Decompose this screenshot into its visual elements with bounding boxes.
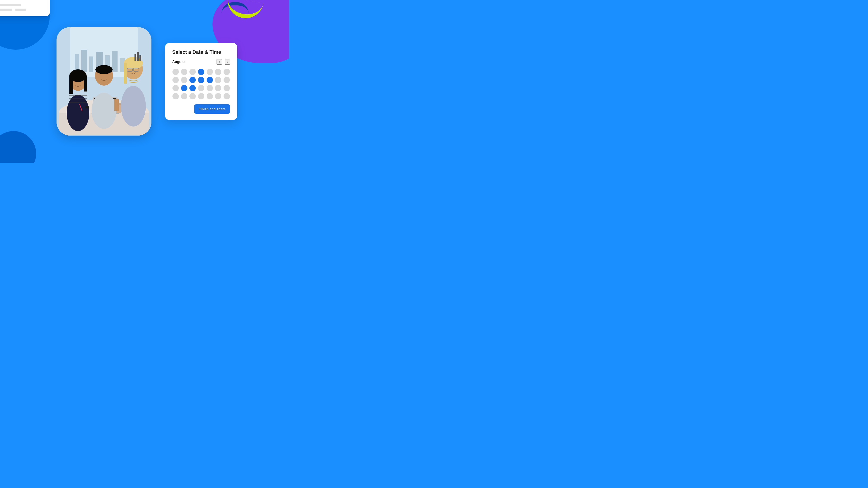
cal-day-20[interactable] — [215, 85, 221, 91]
svg-rect-31 — [114, 99, 119, 111]
svg-point-20 — [67, 95, 89, 131]
svg-point-30 — [95, 65, 113, 74]
svg-point-28 — [92, 93, 116, 129]
cal-day-8[interactable] — [173, 77, 179, 83]
review-line-3 — [15, 8, 26, 11]
svg-rect-26 — [69, 98, 87, 99]
cal-day-16[interactable] — [181, 85, 187, 91]
svg-rect-27 — [69, 102, 87, 103]
next-month-button[interactable]: › — [225, 59, 230, 65]
office-photo — [57, 27, 151, 135]
calendar-month-row: August ‹ › — [172, 59, 230, 65]
calendar-widget: Select a Date & Time August ‹ › — [165, 43, 237, 120]
prev-month-button[interactable]: ‹ — [217, 59, 222, 65]
cal-day-13[interactable] — [215, 77, 221, 83]
svg-rect-7 — [112, 51, 118, 72]
cal-day-26[interactable] — [207, 93, 213, 99]
cal-day-4[interactable] — [198, 69, 204, 75]
calendar-month-label: August — [172, 60, 185, 64]
calendar-grid — [172, 69, 230, 99]
svg-rect-45 — [140, 55, 141, 61]
svg-rect-25 — [69, 95, 87, 96]
cal-day-24[interactable] — [189, 93, 196, 99]
svg-rect-44 — [137, 52, 139, 61]
main-container: ★ ★ ★ ★ — [0, 0, 289, 163]
cal-day-7[interactable] — [223, 69, 230, 75]
review-line-1 — [0, 4, 21, 6]
cal-day-5[interactable] — [207, 69, 213, 75]
star-4: ★ — [8, 0, 13, 1]
cal-day-21[interactable] — [223, 85, 230, 91]
svg-rect-35 — [124, 63, 127, 84]
svg-rect-3 — [81, 50, 87, 72]
star-3: ★ — [3, 0, 7, 1]
cal-day-11[interactable] — [198, 77, 204, 83]
cal-day-1[interactable] — [173, 69, 179, 75]
review-card: ★ ★ ★ ★ — [0, 0, 50, 16]
cal-day-3[interactable] — [189, 69, 196, 75]
cal-day-2[interactable] — [181, 69, 187, 75]
review-stars: ★ ★ ★ ★ — [0, 0, 44, 1]
cal-day-9[interactable] — [181, 77, 187, 83]
cal-day-10[interactable] — [189, 77, 196, 83]
cal-day-23[interactable] — [181, 93, 187, 99]
svg-point-32 — [121, 86, 146, 127]
cal-day-22[interactable] — [173, 93, 179, 99]
svg-rect-4 — [89, 57, 93, 72]
cal-day-28[interactable] — [223, 93, 230, 99]
review-line-row — [0, 8, 44, 12]
svg-rect-41 — [86, 106, 89, 108]
cal-day-14[interactable] — [223, 77, 230, 83]
svg-rect-43 — [134, 54, 136, 61]
cal-day-17[interactable] — [189, 85, 196, 91]
cal-day-19[interactable] — [207, 85, 213, 91]
cal-day-15[interactable] — [173, 85, 179, 91]
cal-day-27[interactable] — [215, 93, 221, 99]
calendar-nav: ‹ › — [217, 59, 230, 65]
svg-rect-36 — [131, 62, 137, 64]
review-line-2 — [0, 8, 12, 11]
svg-rect-24 — [84, 76, 87, 92]
calendar-title: Select a Date & Time — [172, 49, 230, 55]
cal-day-12[interactable] — [207, 77, 213, 83]
cal-day-6[interactable] — [215, 69, 221, 75]
star-2: ★ — [0, 0, 2, 1]
svg-rect-23 — [69, 76, 73, 94]
finish-and-share-button[interactable]: Finish and share — [194, 104, 230, 113]
cal-day-25[interactable] — [198, 93, 204, 99]
content-area: ★ ★ ★ ★ — [57, 27, 233, 135]
cal-day-18[interactable] — [198, 85, 204, 91]
